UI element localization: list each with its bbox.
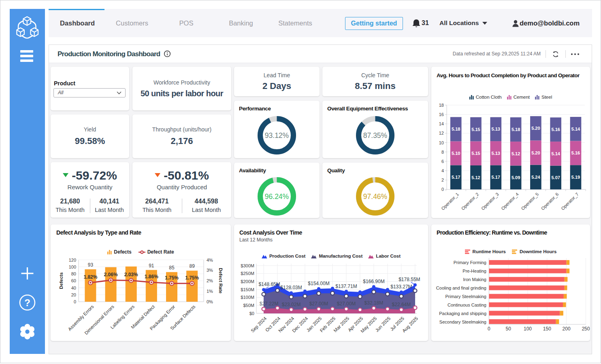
svg-text:Operator_6: Operator_6: [540, 192, 560, 211]
svg-text:Jun 2025: Jun 2025: [374, 316, 391, 333]
svg-text:1.75%: 1.75%: [165, 275, 179, 281]
svg-text:91: 91: [149, 263, 154, 269]
svg-text:Operator_3: Operator_3: [480, 192, 500, 211]
svg-text:$137.71M: $137.71M: [335, 284, 357, 289]
svg-text:0%: 0%: [207, 299, 213, 304]
svg-text:0: 0: [74, 299, 76, 304]
svg-text:16: 16: [439, 112, 444, 117]
svg-text:5.18: 5.18: [452, 127, 460, 131]
svg-text:2: 2: [441, 178, 444, 182]
svg-text:1.75%: 1.75%: [185, 275, 199, 281]
svg-text:4: 4: [441, 168, 444, 173]
svg-text:5.16: 5.16: [551, 127, 560, 132]
svg-text:1.82%: 1.82%: [83, 274, 97, 280]
svg-text:$27.00M: $27.00M: [309, 301, 328, 307]
svg-text:0: 0: [488, 326, 490, 332]
svg-text:Cooling and final grinding: Cooling and final grinding: [436, 286, 486, 290]
svg-text:97.46%: 97.46%: [363, 193, 387, 201]
svg-text:4%: 4%: [207, 258, 213, 262]
svg-text:5.07: 5.07: [551, 175, 560, 180]
svg-text:$148.65M: $148.65M: [258, 281, 280, 287]
svg-text:$128.03M: $128.03M: [280, 285, 302, 290]
svg-text:5.15: 5.15: [471, 127, 480, 132]
svg-text:87.35%: 87.35%: [363, 131, 387, 140]
svg-text:Operator_5: Operator_5: [520, 192, 539, 211]
svg-text:2.03%: 2.03%: [124, 272, 138, 277]
svg-text:80: 80: [71, 271, 76, 276]
svg-text:5.16: 5.16: [571, 150, 580, 155]
svg-text:85: 85: [169, 265, 175, 271]
svg-text:Primary Steelmaking: Primary Steelmaking: [445, 294, 486, 299]
svg-text:$178.55M: $178.55M: [399, 277, 420, 282]
svg-text:60: 60: [71, 278, 76, 283]
svg-text:$23.02M: $23.02M: [282, 302, 301, 307]
svg-text:5.19: 5.19: [571, 175, 580, 180]
svg-text:Operator_4: Operator_4: [500, 192, 520, 211]
svg-text:100: 100: [524, 326, 532, 332]
svg-text:5.14: 5.14: [571, 127, 580, 131]
svg-text:$32.18M: $32.18M: [364, 300, 384, 306]
svg-text:Pre-Heating: Pre-Heating: [462, 269, 486, 273]
svg-text:5.13: 5.13: [492, 127, 500, 131]
svg-text:2.06%: 2.06%: [104, 272, 118, 277]
svg-text:1%: 1%: [207, 289, 213, 294]
svg-text:5.14: 5.14: [551, 151, 560, 156]
svg-text:Packaging and shipping: Packaging and shipping: [439, 311, 486, 316]
svg-text:Secondary Steelmaking: Secondary Steelmaking: [439, 320, 486, 324]
svg-text:$200M: $200M: [241, 279, 254, 284]
svg-text:Operator_1: Operator_1: [440, 192, 460, 211]
svg-text:5.18: 5.18: [511, 127, 520, 132]
svg-text:$27.00M: $27.00M: [337, 301, 356, 307]
svg-text:18: 18: [439, 103, 444, 108]
svg-text:$166.90M: $166.90M: [363, 279, 384, 284]
svg-text:93: 93: [88, 262, 94, 268]
svg-text:100: 100: [69, 265, 76, 269]
svg-text:20: 20: [71, 292, 76, 297]
svg-text:40: 40: [71, 286, 76, 290]
svg-text:$133.27M: $133.27M: [390, 284, 412, 290]
svg-text:89: 89: [189, 263, 195, 269]
svg-text:10: 10: [439, 140, 444, 145]
svg-text:Continuous Casting: Continuous Casting: [448, 303, 486, 307]
svg-text:5.20: 5.20: [531, 150, 540, 155]
svg-text:96.24%: 96.24%: [265, 193, 289, 201]
svg-text:$100M: $100M: [241, 295, 254, 300]
svg-text:$150M: $150M: [241, 287, 254, 292]
svg-text:8: 8: [441, 150, 444, 154]
svg-text:$154.00M: $154.00M: [308, 281, 329, 286]
svg-text:Primary Forming: Primary Forming: [454, 260, 486, 265]
svg-text:250: 250: [582, 326, 590, 332]
svg-text:0: 0: [441, 187, 444, 192]
svg-text:Operator_2: Operator_2: [460, 192, 480, 211]
svg-text:5.20: 5.20: [531, 126, 540, 131]
svg-text:3%: 3%: [207, 268, 213, 273]
svg-text:5.17: 5.17: [452, 175, 460, 180]
svg-text:Defect Rate: Defect Rate: [218, 268, 223, 293]
svg-text:5.15: 5.15: [471, 151, 480, 156]
svg-text:5.12: 5.12: [471, 175, 480, 180]
svg-text:200: 200: [563, 326, 571, 332]
svg-text:$300M: $300M: [241, 263, 254, 268]
svg-text:$22.64M: $22.64M: [392, 302, 411, 307]
svg-text:5.24: 5.24: [531, 175, 540, 180]
svg-text:93.12%: 93.12%: [265, 131, 289, 140]
svg-text:2%: 2%: [207, 278, 213, 283]
svg-text:12: 12: [439, 131, 444, 135]
svg-text:50: 50: [506, 326, 511, 332]
svg-text:$27.22M: $27.22M: [260, 301, 279, 307]
svg-text:$250M: $250M: [241, 271, 254, 276]
svg-text:5.13: 5.13: [492, 151, 500, 156]
svg-text:$50M: $50M: [243, 303, 254, 308]
svg-text:5.17: 5.17: [492, 175, 500, 180]
svg-text:5.12: 5.12: [511, 151, 520, 156]
svg-text:120: 120: [69, 258, 76, 262]
svg-text:6: 6: [441, 159, 444, 164]
svg-text:Iron Making: Iron Making: [463, 277, 486, 282]
svg-text:5.09: 5.09: [511, 175, 520, 180]
svg-text:1.86%: 1.86%: [145, 274, 158, 279]
svg-text:Defects: Defects: [59, 272, 64, 289]
svg-text:150: 150: [543, 326, 551, 332]
svg-text:Operator_7: Operator_7: [560, 192, 580, 211]
svg-text:$0: $0: [249, 311, 254, 316]
svg-text:Sep 2024: Sep 2024: [250, 316, 268, 334]
